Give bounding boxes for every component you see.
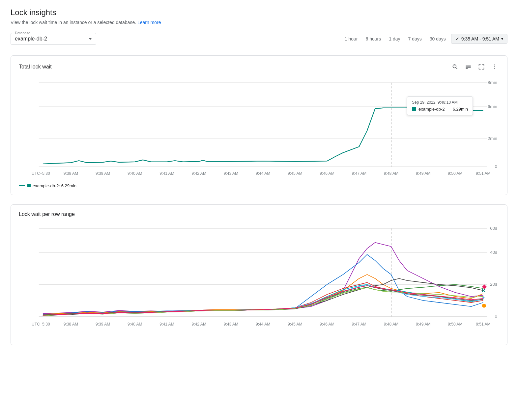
svg-text:9:44 AM: 9:44 AM <box>256 322 270 327</box>
chart1-legend: example-db-2: 6.29min <box>19 183 499 188</box>
svg-text:9:46 AM: 9:46 AM <box>320 322 334 327</box>
svg-text:9:44 AM: 9:44 AM <box>256 171 271 176</box>
svg-point-6 <box>494 66 495 67</box>
svg-text:✕: ✕ <box>481 288 486 294</box>
svg-text:9:51 AM: 9:51 AM <box>476 171 491 176</box>
svg-point-59 <box>482 304 486 308</box>
svg-text:9:42 AM: 9:42 AM <box>192 322 207 327</box>
svg-text:9:40 AM: 9:40 AM <box>128 322 142 327</box>
svg-text:8min: 8min <box>488 80 497 85</box>
time-range-1day[interactable]: 1 day <box>386 34 403 43</box>
chart1-fullscreen-button[interactable] <box>477 62 486 71</box>
chart2-svg: 60s 40s 20s 0 UTC+5:30 9:38 AM 9:39 AM 9… <box>19 223 499 338</box>
time-range-1hour[interactable]: 1 hour <box>342 34 360 43</box>
chart1-header: Total lock wait <box>19 62 499 71</box>
svg-text:6min: 6min <box>488 104 497 109</box>
svg-text:9:48 AM: 9:48 AM <box>384 322 399 327</box>
chart2-area: 60s 40s 20s 0 UTC+5:30 9:38 AM 9:39 AM 9… <box>19 223 499 338</box>
time-dropdown-arrow-icon: ▾ <box>501 37 503 41</box>
time-range-7days[interactable]: 7 days <box>406 34 424 43</box>
page-title: Lock insights <box>11 8 507 17</box>
time-range-6hours[interactable]: 6 hours <box>363 34 384 43</box>
chart2-header: Lock wait per row range <box>19 211 499 217</box>
chart1-legend-label: example-db-2: 6.29min <box>33 183 76 188</box>
total-lock-wait-card: Total lock wait <box>11 55 507 195</box>
chart1-actions <box>450 62 499 71</box>
svg-text:9:45 AM: 9:45 AM <box>288 322 302 327</box>
svg-text:20s: 20s <box>490 282 497 287</box>
svg-text:+: + <box>482 295 485 301</box>
svg-text:9:49 AM: 9:49 AM <box>416 322 431 327</box>
svg-point-7 <box>494 68 495 69</box>
controls-row: Database example-db-2 1 hour 6 hours 1 d… <box>11 33 507 45</box>
svg-text:9:46 AM: 9:46 AM <box>320 171 334 176</box>
svg-text:9:50 AM: 9:50 AM <box>448 322 463 327</box>
chart1-svg: 8min 6min 2min 0 UTC+5:30 9:38 AM 9:39 A… <box>19 77 499 181</box>
svg-text:9:51 AM: 9:51 AM <box>476 322 491 327</box>
svg-text:0: 0 <box>495 314 497 319</box>
database-select-value: example-db-2 <box>15 36 47 42</box>
svg-text:9:38 AM: 9:38 AM <box>64 171 78 176</box>
database-select[interactable]: Database example-db-2 <box>11 33 96 45</box>
chart2-title: Lock wait per row range <box>19 211 75 217</box>
legend-line-icon <box>19 185 25 186</box>
svg-text:60s: 60s <box>490 226 497 231</box>
chart1-legend-button[interactable] <box>464 62 473 71</box>
svg-text:9:49 AM: 9:49 AM <box>416 171 431 176</box>
database-select-label: Database <box>14 31 32 35</box>
page-subtitle: View the lock wait time in an instance o… <box>11 20 507 25</box>
learn-more-link[interactable]: Learn more <box>137 20 161 25</box>
svg-text:9:42 AM: 9:42 AM <box>192 171 207 176</box>
chart1-title: Total lock wait <box>19 64 52 70</box>
svg-text:9:39 AM: 9:39 AM <box>96 171 110 176</box>
time-range-30days[interactable]: 30 days <box>427 34 448 43</box>
time-custom-range[interactable]: ✓ 9:35 AM - 9:51 AM ▾ <box>451 34 507 44</box>
svg-text:9:47 AM: 9:47 AM <box>352 322 366 327</box>
svg-text:9:41 AM: 9:41 AM <box>159 322 174 327</box>
lock-wait-per-row-card: Lock wait per row range 60s 40s 20s 0 UT… <box>11 204 507 345</box>
svg-point-5 <box>494 65 495 66</box>
svg-text:9:38 AM: 9:38 AM <box>64 322 78 327</box>
svg-text:9:39 AM: 9:39 AM <box>96 322 110 327</box>
chart1-more-button[interactable] <box>490 62 499 71</box>
svg-text:2min: 2min <box>488 136 497 141</box>
dropdown-arrow-icon <box>89 38 92 40</box>
legend-square-icon <box>27 184 31 187</box>
chart1-area: 8min 6min 2min 0 UTC+5:30 9:38 AM 9:39 A… <box>19 77 499 181</box>
time-range-controls: 1 hour 6 hours 1 day 7 days 30 days ✓ 9:… <box>342 34 507 44</box>
svg-text:UTC+5:30: UTC+5:30 <box>32 171 50 176</box>
checkmark-icon: ✓ <box>455 36 459 41</box>
svg-text:9:48 AM: 9:48 AM <box>384 171 399 176</box>
svg-text:9:47 AM: 9:47 AM <box>352 171 366 176</box>
svg-text:9:43 AM: 9:43 AM <box>224 171 239 176</box>
svg-text:9:41 AM: 9:41 AM <box>159 171 174 176</box>
chart1-search-button[interactable] <box>450 62 460 71</box>
svg-text:9:43 AM: 9:43 AM <box>224 322 239 327</box>
svg-point-0 <box>453 65 456 68</box>
svg-text:9:50 AM: 9:50 AM <box>448 171 463 176</box>
svg-text:9:45 AM: 9:45 AM <box>288 171 302 176</box>
svg-text:UTC+5:30: UTC+5:30 <box>32 322 50 327</box>
svg-text:0: 0 <box>495 164 497 169</box>
selected-time-range: 9:35 AM - 9:51 AM <box>461 36 499 41</box>
svg-text:40s: 40s <box>490 250 497 255</box>
svg-text:9:40 AM: 9:40 AM <box>128 171 142 176</box>
